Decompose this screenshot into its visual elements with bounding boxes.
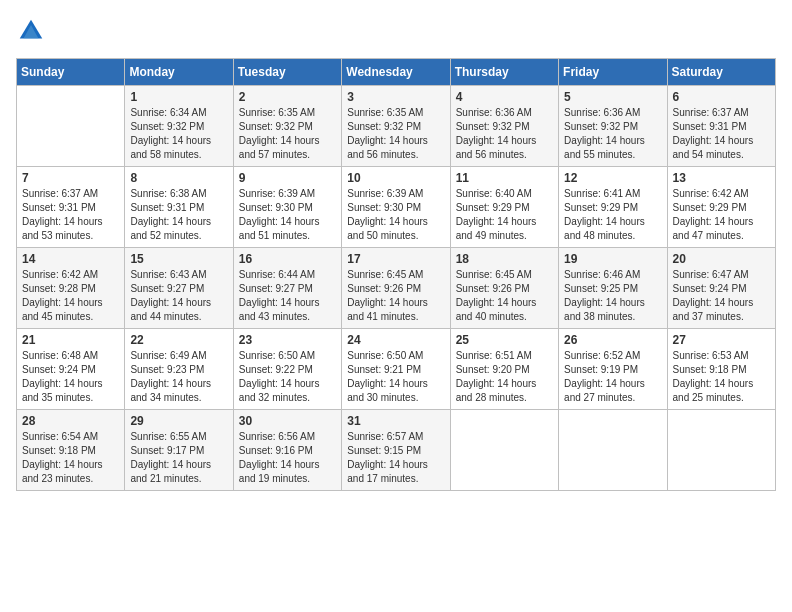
day-info: Sunrise: 6:44 AM Sunset: 9:27 PM Dayligh… <box>239 268 336 324</box>
day-number: 12 <box>564 171 661 185</box>
calendar-cell: 25Sunrise: 6:51 AM Sunset: 9:20 PM Dayli… <box>450 329 558 410</box>
day-info: Sunrise: 6:34 AM Sunset: 9:32 PM Dayligh… <box>130 106 227 162</box>
calendar-week-row: 7Sunrise: 6:37 AM Sunset: 9:31 PM Daylig… <box>17 167 776 248</box>
day-info: Sunrise: 6:51 AM Sunset: 9:20 PM Dayligh… <box>456 349 553 405</box>
day-info: Sunrise: 6:50 AM Sunset: 9:21 PM Dayligh… <box>347 349 444 405</box>
logo-icon <box>16 16 46 46</box>
calendar-cell: 26Sunrise: 6:52 AM Sunset: 9:19 PM Dayli… <box>559 329 667 410</box>
day-number: 15 <box>130 252 227 266</box>
day-info: Sunrise: 6:50 AM Sunset: 9:22 PM Dayligh… <box>239 349 336 405</box>
calendar-cell: 11Sunrise: 6:40 AM Sunset: 9:29 PM Dayli… <box>450 167 558 248</box>
calendar-cell <box>450 410 558 491</box>
day-number: 28 <box>22 414 119 428</box>
day-info: Sunrise: 6:37 AM Sunset: 9:31 PM Dayligh… <box>22 187 119 243</box>
weekday-header-row: SundayMondayTuesdayWednesdayThursdayFrid… <box>17 59 776 86</box>
day-info: Sunrise: 6:54 AM Sunset: 9:18 PM Dayligh… <box>22 430 119 486</box>
weekday-header-saturday: Saturday <box>667 59 775 86</box>
logo <box>16 16 50 46</box>
day-number: 17 <box>347 252 444 266</box>
day-info: Sunrise: 6:56 AM Sunset: 9:16 PM Dayligh… <box>239 430 336 486</box>
day-info: Sunrise: 6:47 AM Sunset: 9:24 PM Dayligh… <box>673 268 770 324</box>
day-number: 6 <box>673 90 770 104</box>
day-info: Sunrise: 6:48 AM Sunset: 9:24 PM Dayligh… <box>22 349 119 405</box>
calendar-cell: 28Sunrise: 6:54 AM Sunset: 9:18 PM Dayli… <box>17 410 125 491</box>
day-info: Sunrise: 6:42 AM Sunset: 9:28 PM Dayligh… <box>22 268 119 324</box>
day-number: 24 <box>347 333 444 347</box>
calendar-week-row: 14Sunrise: 6:42 AM Sunset: 9:28 PM Dayli… <box>17 248 776 329</box>
calendar-cell <box>559 410 667 491</box>
calendar-cell <box>667 410 775 491</box>
day-number: 29 <box>130 414 227 428</box>
calendar-cell: 7Sunrise: 6:37 AM Sunset: 9:31 PM Daylig… <box>17 167 125 248</box>
calendar-table: SundayMondayTuesdayWednesdayThursdayFrid… <box>16 58 776 491</box>
day-number: 20 <box>673 252 770 266</box>
calendar-cell: 21Sunrise: 6:48 AM Sunset: 9:24 PM Dayli… <box>17 329 125 410</box>
day-info: Sunrise: 6:36 AM Sunset: 9:32 PM Dayligh… <box>456 106 553 162</box>
day-info: Sunrise: 6:52 AM Sunset: 9:19 PM Dayligh… <box>564 349 661 405</box>
day-info: Sunrise: 6:37 AM Sunset: 9:31 PM Dayligh… <box>673 106 770 162</box>
day-info: Sunrise: 6:57 AM Sunset: 9:15 PM Dayligh… <box>347 430 444 486</box>
calendar-cell: 8Sunrise: 6:38 AM Sunset: 9:31 PM Daylig… <box>125 167 233 248</box>
header <box>16 16 776 46</box>
day-info: Sunrise: 6:36 AM Sunset: 9:32 PM Dayligh… <box>564 106 661 162</box>
calendar-cell: 17Sunrise: 6:45 AM Sunset: 9:26 PM Dayli… <box>342 248 450 329</box>
day-info: Sunrise: 6:46 AM Sunset: 9:25 PM Dayligh… <box>564 268 661 324</box>
day-info: Sunrise: 6:41 AM Sunset: 9:29 PM Dayligh… <box>564 187 661 243</box>
calendar-cell: 3Sunrise: 6:35 AM Sunset: 9:32 PM Daylig… <box>342 86 450 167</box>
calendar-cell: 6Sunrise: 6:37 AM Sunset: 9:31 PM Daylig… <box>667 86 775 167</box>
day-number: 10 <box>347 171 444 185</box>
day-number: 3 <box>347 90 444 104</box>
calendar-cell: 1Sunrise: 6:34 AM Sunset: 9:32 PM Daylig… <box>125 86 233 167</box>
day-number: 7 <box>22 171 119 185</box>
calendar-cell: 23Sunrise: 6:50 AM Sunset: 9:22 PM Dayli… <box>233 329 341 410</box>
day-info: Sunrise: 6:45 AM Sunset: 9:26 PM Dayligh… <box>456 268 553 324</box>
day-number: 16 <box>239 252 336 266</box>
day-info: Sunrise: 6:38 AM Sunset: 9:31 PM Dayligh… <box>130 187 227 243</box>
day-info: Sunrise: 6:40 AM Sunset: 9:29 PM Dayligh… <box>456 187 553 243</box>
day-info: Sunrise: 6:42 AM Sunset: 9:29 PM Dayligh… <box>673 187 770 243</box>
calendar-cell <box>17 86 125 167</box>
day-number: 2 <box>239 90 336 104</box>
calendar-cell: 29Sunrise: 6:55 AM Sunset: 9:17 PM Dayli… <box>125 410 233 491</box>
day-info: Sunrise: 6:35 AM Sunset: 9:32 PM Dayligh… <box>347 106 444 162</box>
day-number: 25 <box>456 333 553 347</box>
day-number: 18 <box>456 252 553 266</box>
calendar-week-row: 1Sunrise: 6:34 AM Sunset: 9:32 PM Daylig… <box>17 86 776 167</box>
day-number: 11 <box>456 171 553 185</box>
day-info: Sunrise: 6:53 AM Sunset: 9:18 PM Dayligh… <box>673 349 770 405</box>
day-info: Sunrise: 6:49 AM Sunset: 9:23 PM Dayligh… <box>130 349 227 405</box>
day-info: Sunrise: 6:55 AM Sunset: 9:17 PM Dayligh… <box>130 430 227 486</box>
weekday-header-thursday: Thursday <box>450 59 558 86</box>
calendar-cell: 22Sunrise: 6:49 AM Sunset: 9:23 PM Dayli… <box>125 329 233 410</box>
calendar-cell: 31Sunrise: 6:57 AM Sunset: 9:15 PM Dayli… <box>342 410 450 491</box>
day-number: 4 <box>456 90 553 104</box>
calendar-cell: 5Sunrise: 6:36 AM Sunset: 9:32 PM Daylig… <box>559 86 667 167</box>
day-number: 9 <box>239 171 336 185</box>
calendar-cell: 13Sunrise: 6:42 AM Sunset: 9:29 PM Dayli… <box>667 167 775 248</box>
weekday-header-friday: Friday <box>559 59 667 86</box>
calendar-cell: 4Sunrise: 6:36 AM Sunset: 9:32 PM Daylig… <box>450 86 558 167</box>
calendar-cell: 19Sunrise: 6:46 AM Sunset: 9:25 PM Dayli… <box>559 248 667 329</box>
day-number: 5 <box>564 90 661 104</box>
calendar-cell: 15Sunrise: 6:43 AM Sunset: 9:27 PM Dayli… <box>125 248 233 329</box>
calendar-cell: 9Sunrise: 6:39 AM Sunset: 9:30 PM Daylig… <box>233 167 341 248</box>
day-number: 19 <box>564 252 661 266</box>
day-number: 22 <box>130 333 227 347</box>
weekday-header-sunday: Sunday <box>17 59 125 86</box>
day-number: 26 <box>564 333 661 347</box>
calendar-cell: 12Sunrise: 6:41 AM Sunset: 9:29 PM Dayli… <box>559 167 667 248</box>
day-number: 21 <box>22 333 119 347</box>
calendar-cell: 10Sunrise: 6:39 AM Sunset: 9:30 PM Dayli… <box>342 167 450 248</box>
day-number: 8 <box>130 171 227 185</box>
calendar-week-row: 21Sunrise: 6:48 AM Sunset: 9:24 PM Dayli… <box>17 329 776 410</box>
day-number: 14 <box>22 252 119 266</box>
calendar-cell: 20Sunrise: 6:47 AM Sunset: 9:24 PM Dayli… <box>667 248 775 329</box>
day-number: 30 <box>239 414 336 428</box>
day-number: 31 <box>347 414 444 428</box>
day-info: Sunrise: 6:39 AM Sunset: 9:30 PM Dayligh… <box>239 187 336 243</box>
day-info: Sunrise: 6:43 AM Sunset: 9:27 PM Dayligh… <box>130 268 227 324</box>
weekday-header-monday: Monday <box>125 59 233 86</box>
calendar-cell: 30Sunrise: 6:56 AM Sunset: 9:16 PM Dayli… <box>233 410 341 491</box>
calendar-week-row: 28Sunrise: 6:54 AM Sunset: 9:18 PM Dayli… <box>17 410 776 491</box>
calendar-cell: 24Sunrise: 6:50 AM Sunset: 9:21 PM Dayli… <box>342 329 450 410</box>
